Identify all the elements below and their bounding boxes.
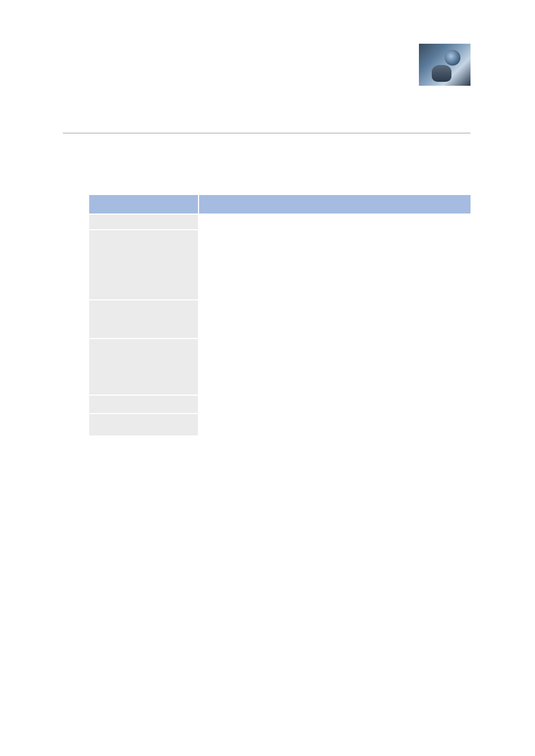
table-cell-left (89, 300, 199, 338)
table-cell-right (199, 414, 471, 435)
table-header-row (89, 195, 471, 214)
table-header-right (199, 195, 471, 214)
table-row (89, 338, 471, 395)
table-cell-left (89, 339, 199, 395)
wolf-eye-logo (419, 44, 471, 86)
table-cell-right (199, 339, 471, 395)
table-header-left (89, 195, 199, 214)
table-cell-left (89, 230, 199, 299)
table-cell-right (199, 300, 471, 338)
table-cell-right (199, 396, 471, 413)
data-table (89, 194, 471, 435)
table-row (89, 214, 471, 229)
table-row (89, 395, 471, 413)
table-row (89, 229, 471, 299)
table-cell-left (89, 396, 199, 413)
horizontal-rule (63, 133, 471, 133)
table-cell-right (199, 215, 471, 229)
table-cell-left (89, 215, 199, 229)
table-row (89, 299, 471, 338)
table-cell-left (89, 414, 199, 435)
table-cell-right (199, 230, 471, 299)
table-row (89, 413, 471, 435)
